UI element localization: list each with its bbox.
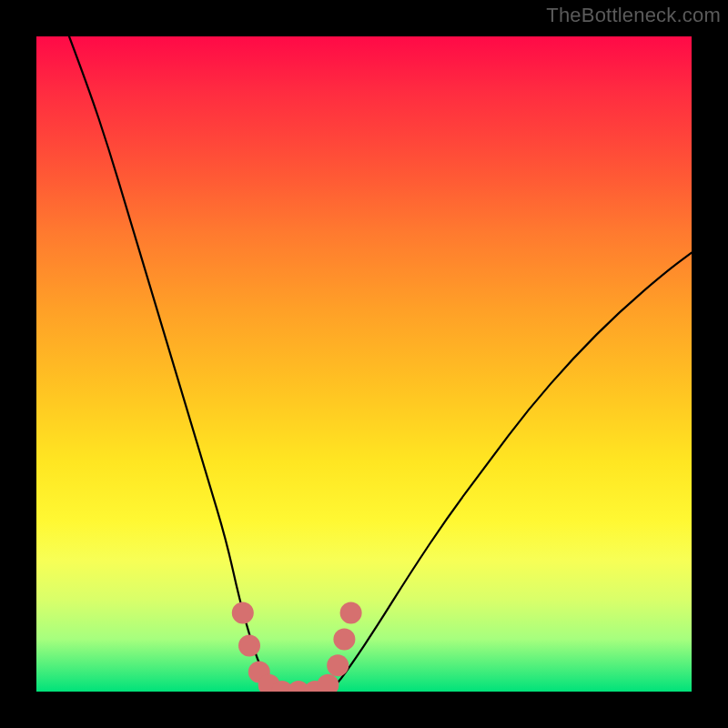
chart-stage: TheBottleneck.com bbox=[0, 0, 728, 728]
highlight-dot bbox=[327, 654, 349, 676]
markers-svg bbox=[36, 36, 692, 692]
highlight-dot bbox=[232, 602, 254, 624]
highlight-marker-group bbox=[232, 602, 362, 692]
watermark-text: TheBottleneck.com bbox=[546, 4, 721, 27]
highlight-dot bbox=[238, 635, 260, 657]
plot-area bbox=[36, 36, 692, 692]
highlight-dot bbox=[317, 674, 339, 692]
highlight-dot bbox=[333, 628, 355, 650]
highlight-dot bbox=[340, 602, 362, 624]
